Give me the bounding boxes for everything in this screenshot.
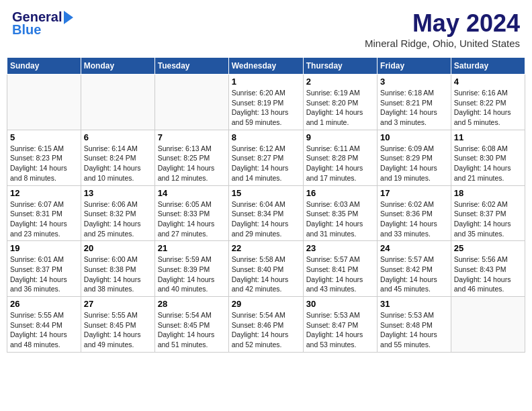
day-number: 28 (158, 299, 226, 309)
day-number: 22 (232, 243, 300, 253)
calendar-cell: 5Sunrise: 6:15 AMSunset: 8:23 PMDaylight… (7, 130, 81, 185)
day-info: Sunrise: 5:57 AMSunset: 8:42 PMDaylight:… (380, 255, 448, 294)
day-info: Sunrise: 6:00 AMSunset: 8:38 PMDaylight:… (84, 255, 152, 294)
weekday-header-tuesday: Tuesday (154, 58, 228, 75)
day-number: 25 (454, 243, 522, 253)
day-number: 20 (84, 243, 152, 253)
calendar-cell: 26Sunrise: 5:55 AMSunset: 8:44 PMDayligh… (7, 297, 81, 353)
day-info: Sunrise: 6:19 AMSunset: 8:20 PMDaylight:… (306, 88, 374, 128)
calendar-cell: 25Sunrise: 5:56 AMSunset: 8:43 PMDayligh… (451, 241, 525, 297)
calendar-cell: 18Sunrise: 6:02 AMSunset: 8:37 PMDayligh… (451, 185, 525, 241)
day-info: Sunrise: 6:03 AMSunset: 8:35 PMDaylight:… (306, 199, 374, 239)
day-number: 9 (306, 132, 374, 142)
day-number: 24 (380, 243, 448, 253)
day-info: Sunrise: 5:53 AMSunset: 8:48 PMDaylight:… (380, 310, 448, 350)
calendar-cell: 17Sunrise: 6:02 AMSunset: 8:36 PMDayligh… (378, 185, 451, 241)
weekday-header-thursday: Thursday (303, 58, 377, 75)
day-info: Sunrise: 6:09 AMSunset: 8:29 PMDaylight:… (380, 144, 448, 183)
calendar-cell: 6Sunrise: 6:14 AMSunset: 8:24 PMDaylight… (81, 130, 154, 185)
day-number: 8 (232, 132, 300, 142)
calendar-cell: 11Sunrise: 6:08 AMSunset: 8:30 PMDayligh… (451, 130, 525, 185)
day-number: 12 (10, 188, 78, 198)
day-number: 26 (10, 299, 78, 309)
calendar-cell (7, 75, 81, 130)
day-info: Sunrise: 6:14 AMSunset: 8:24 PMDaylight:… (84, 144, 152, 183)
day-number: 30 (306, 299, 374, 309)
calendar-week-row: 19Sunrise: 6:01 AMSunset: 8:37 PMDayligh… (7, 241, 525, 297)
day-number: 29 (232, 299, 300, 309)
day-info: Sunrise: 6:13 AMSunset: 8:25 PMDaylight:… (158, 144, 226, 183)
day-number: 14 (158, 188, 226, 198)
calendar-cell: 23Sunrise: 5:57 AMSunset: 8:41 PMDayligh… (303, 241, 377, 297)
calendar-cell: 9Sunrise: 6:11 AMSunset: 8:28 PMDaylight… (303, 130, 377, 185)
calendar-cell: 30Sunrise: 5:53 AMSunset: 8:47 PMDayligh… (303, 297, 377, 353)
location-text: Mineral Ridge, Ohio, United States (365, 38, 520, 49)
day-info: Sunrise: 6:08 AMSunset: 8:30 PMDaylight:… (454, 144, 522, 183)
calendar-cell: 24Sunrise: 5:57 AMSunset: 8:42 PMDayligh… (378, 241, 451, 297)
weekday-header-sunday: Sunday (7, 58, 81, 75)
day-number: 17 (380, 188, 448, 198)
calendar-week-row: 12Sunrise: 6:07 AMSunset: 8:31 PMDayligh… (7, 185, 525, 241)
calendar-cell: 15Sunrise: 6:04 AMSunset: 8:34 PMDayligh… (228, 185, 303, 241)
logo: General Blue (12, 9, 73, 38)
calendar-cell: 12Sunrise: 6:07 AMSunset: 8:31 PMDayligh… (7, 185, 81, 241)
day-number: 10 (380, 132, 448, 142)
day-number: 1 (232, 77, 300, 87)
calendar-cell: 3Sunrise: 6:18 AMSunset: 8:21 PMDaylight… (378, 75, 451, 130)
day-number: 5 (10, 132, 78, 142)
logo-blue-text: Blue (12, 22, 41, 38)
day-info: Sunrise: 6:02 AMSunset: 8:36 PMDaylight:… (380, 199, 448, 239)
day-info: Sunrise: 6:06 AMSunset: 8:32 PMDaylight:… (84, 199, 152, 239)
day-info: Sunrise: 5:56 AMSunset: 8:43 PMDaylight:… (454, 255, 522, 294)
calendar-week-row: 26Sunrise: 5:55 AMSunset: 8:44 PMDayligh… (7, 297, 525, 353)
calendar-cell: 8Sunrise: 6:12 AMSunset: 8:27 PMDaylight… (228, 130, 303, 185)
day-number: 13 (84, 188, 152, 198)
day-info: Sunrise: 5:55 AMSunset: 8:45 PMDaylight:… (84, 310, 152, 350)
day-number: 6 (84, 132, 152, 142)
calendar-cell: 13Sunrise: 6:06 AMSunset: 8:32 PMDayligh… (81, 185, 154, 241)
day-info: Sunrise: 6:11 AMSunset: 8:28 PMDaylight:… (306, 144, 374, 183)
day-number: 4 (454, 77, 522, 87)
calendar-week-row: 5Sunrise: 6:15 AMSunset: 8:23 PMDaylight… (7, 130, 525, 185)
day-number: 21 (158, 243, 226, 253)
day-info: Sunrise: 5:58 AMSunset: 8:40 PMDaylight:… (232, 255, 300, 294)
logo-arrow-icon (64, 11, 73, 24)
day-info: Sunrise: 5:55 AMSunset: 8:44 PMDaylight:… (10, 310, 78, 350)
day-info: Sunrise: 6:16 AMSunset: 8:22 PMDaylight:… (454, 88, 522, 128)
day-info: Sunrise: 5:59 AMSunset: 8:39 PMDaylight:… (158, 255, 226, 294)
day-number: 15 (232, 188, 300, 198)
day-number: 3 (380, 77, 448, 87)
calendar-cell: 21Sunrise: 5:59 AMSunset: 8:39 PMDayligh… (154, 241, 228, 297)
day-number: 11 (454, 132, 522, 142)
day-number: 18 (454, 188, 522, 198)
month-title: May 2024 (365, 9, 520, 38)
calendar-cell: 14Sunrise: 6:05 AMSunset: 8:33 PMDayligh… (154, 185, 228, 241)
calendar-cell: 1Sunrise: 6:20 AMSunset: 8:19 PMDaylight… (228, 75, 303, 130)
calendar-cell (154, 75, 228, 130)
day-info: Sunrise: 6:18 AMSunset: 8:21 PMDaylight:… (380, 88, 448, 128)
day-info: Sunrise: 6:12 AMSunset: 8:27 PMDaylight:… (232, 144, 300, 183)
day-info: Sunrise: 6:01 AMSunset: 8:37 PMDaylight:… (10, 255, 78, 294)
calendar-header-row: SundayMondayTuesdayWednesdayThursdayFrid… (7, 58, 525, 75)
calendar-cell: 2Sunrise: 6:19 AMSunset: 8:20 PMDaylight… (303, 75, 377, 130)
calendar-cell: 29Sunrise: 5:54 AMSunset: 8:46 PMDayligh… (228, 297, 303, 353)
calendar-cell: 10Sunrise: 6:09 AMSunset: 8:29 PMDayligh… (378, 130, 451, 185)
title-area: May 2024 Mineral Ridge, Ohio, United Sta… (365, 9, 520, 49)
day-info: Sunrise: 6:15 AMSunset: 8:23 PMDaylight:… (10, 144, 78, 183)
day-info: Sunrise: 6:07 AMSunset: 8:31 PMDaylight:… (10, 199, 78, 239)
calendar-table: SundayMondayTuesdayWednesdayThursdayFrid… (7, 57, 525, 353)
day-number: 27 (84, 299, 152, 309)
calendar-cell: 31Sunrise: 5:53 AMSunset: 8:48 PMDayligh… (378, 297, 451, 353)
calendar-cell: 19Sunrise: 6:01 AMSunset: 8:37 PMDayligh… (7, 241, 81, 297)
day-info: Sunrise: 5:57 AMSunset: 8:41 PMDaylight:… (306, 255, 374, 294)
weekday-header-wednesday: Wednesday (228, 58, 303, 75)
calendar-cell (451, 297, 525, 353)
day-info: Sunrise: 6:20 AMSunset: 8:19 PMDaylight:… (232, 88, 300, 128)
day-info: Sunrise: 6:02 AMSunset: 8:37 PMDaylight:… (454, 199, 522, 239)
day-info: Sunrise: 6:04 AMSunset: 8:34 PMDaylight:… (232, 199, 300, 239)
calendar-cell (81, 75, 154, 130)
weekday-header-saturday: Saturday (451, 58, 525, 75)
day-info: Sunrise: 6:05 AMSunset: 8:33 PMDaylight:… (158, 199, 226, 239)
calendar-cell: 28Sunrise: 5:54 AMSunset: 8:45 PMDayligh… (154, 297, 228, 353)
calendar-cell: 27Sunrise: 5:55 AMSunset: 8:45 PMDayligh… (81, 297, 154, 353)
